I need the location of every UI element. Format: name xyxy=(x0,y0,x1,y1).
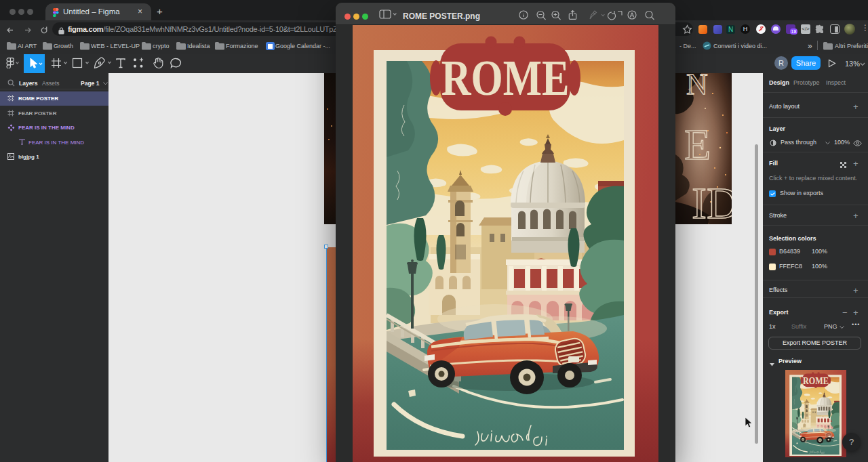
svg-text:ID: ID xyxy=(692,178,732,224)
svg-text:ROME: ROME xyxy=(441,50,570,106)
svg-text:N: N xyxy=(686,73,708,101)
svg-text:E: E xyxy=(684,121,711,169)
